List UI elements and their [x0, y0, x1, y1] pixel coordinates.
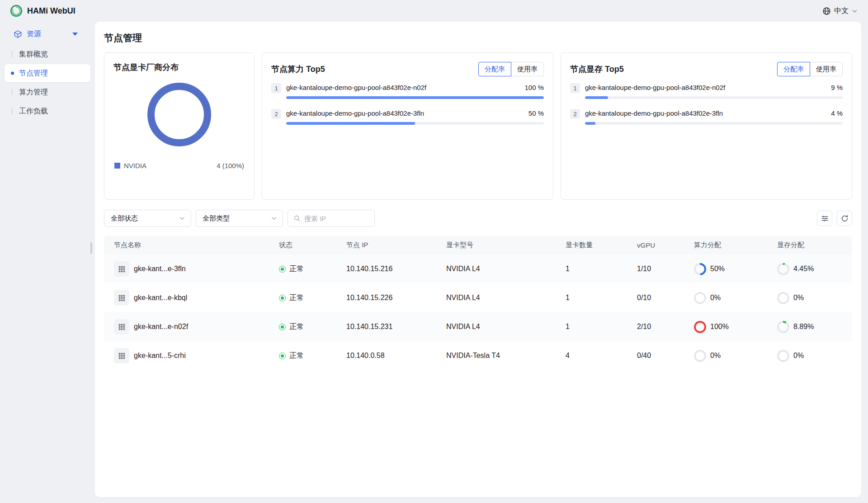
sidebar-item-cluster-overview[interactable]: 集群概览: [5, 45, 90, 63]
memory-allocation-ring: [777, 263, 789, 275]
progress-bar: [585, 122, 843, 125]
memory-allocation-ring: [777, 321, 789, 333]
node-ip: 10.140.15.216: [336, 265, 436, 273]
memory-allocation-ring: [777, 350, 789, 362]
table-row[interactable]: gke-kant...e-n02f 正常 10.140.15.231 NVIDI…: [104, 312, 852, 341]
type-filter-select[interactable]: 全部类型: [196, 210, 283, 227]
refresh-button[interactable]: [837, 211, 852, 226]
app-title: HAMi WebUI: [27, 6, 75, 16]
list-item: 1 gke-kantaloupe-demo-gpu-pool-a843f02e-…: [570, 84, 843, 99]
sidebar-item-label: 算力管理: [19, 88, 48, 97]
table-row[interactable]: gke-kant...e-3fln 正常 10.140.15.216 NVIDI…: [104, 254, 852, 283]
caret-down-icon: [72, 33, 78, 36]
sidebar-item-compute-management[interactable]: 算力管理: [5, 83, 90, 101]
col-gpu-count: 显卡数量: [556, 241, 627, 249]
nodes-table: 节点名称 状态 节点 IP 显卡型号 显卡数量 vGPU 算力分配 显存分配 g…: [104, 236, 852, 370]
gpu-count: 1: [556, 265, 627, 273]
node-name: gke-kantaloupe-demo-gpu-pool-a843f02e-3f…: [286, 109, 424, 117]
card-title: 节点显卡厂商分布: [113, 62, 245, 73]
search-box: [288, 210, 375, 227]
percent-value: 4 %: [831, 109, 843, 117]
progress-bar-fill: [286, 96, 544, 99]
column-settings-button[interactable]: [817, 211, 832, 226]
node-ip: 10.140.15.231: [336, 323, 436, 331]
compute-rate-toggle: 分配率 使用率: [478, 62, 544, 76]
table-header: 节点名称 状态 节点 IP 显卡型号 显卡数量 vGPU 算力分配 显存分配: [104, 236, 852, 254]
search-input[interactable]: [304, 215, 369, 222]
memory-allocation-ring: [777, 292, 789, 304]
summary-cards: 节点显卡厂商分布 NVIDIA 4 (100%) 节点算力 Top5 分配率 使…: [104, 52, 852, 200]
sidebar-section-resources[interactable]: 资源: [0, 24, 95, 43]
node-name-link[interactable]: gke-kant...e-n02f: [134, 323, 188, 331]
vgpu-value: 2/10: [627, 323, 684, 331]
vendor-donut-chart: [113, 83, 245, 146]
status-ok-icon: [279, 266, 286, 273]
sidebar-item-label: 集群概览: [19, 50, 48, 59]
node-name: gke-kantaloupe-demo-gpu-pool-a843f02e-3f…: [585, 109, 723, 117]
rank-badge: 1: [271, 83, 281, 93]
col-memory-allocation: 显存分配: [767, 241, 852, 249]
chevron-down-icon: [271, 215, 277, 221]
col-compute-allocation: 算力分配: [684, 241, 767, 249]
sidebar-item-node-management[interactable]: 节点管理: [5, 64, 90, 82]
usage-rate-tab[interactable]: 使用率: [511, 62, 544, 76]
compute-allocation-value: 0%: [710, 294, 721, 302]
brand: HAMi WebUI: [10, 5, 75, 17]
table-row[interactable]: gke-kant...e-kbql 正常 10.140.15.226 NVIDI…: [104, 283, 852, 312]
status-badge: 正常: [289, 322, 304, 332]
compute-allocation-ring: [694, 350, 706, 362]
percent-value: 50 %: [528, 109, 544, 117]
topbar: HAMi WebUI 中文: [0, 0, 868, 22]
language-label: 中文: [834, 6, 849, 16]
table-row[interactable]: gke-kant...5-crhi 正常 10.140.0.58 NVIDIA-…: [104, 341, 852, 370]
memory-top5-card: 节点显存 Top5 分配率 使用率 1 gke-kantaloupe-demo-…: [561, 52, 852, 200]
search-icon: [293, 215, 301, 222]
list-item: 1 gke-kantaloupe-demo-gpu-pool-a843f02e-…: [271, 84, 544, 99]
language-selector[interactable]: 中文: [822, 6, 858, 16]
compute-allocation-value: 100%: [710, 323, 729, 331]
sidebar-items: 集群概览 节点管理 算力管理 工作负载: [0, 45, 95, 120]
allocation-rate-tab[interactable]: 分配率: [478, 62, 511, 76]
status-badge: 正常: [289, 351, 304, 361]
list-item: 2 gke-kantaloupe-demo-gpu-pool-a843f02e-…: [271, 109, 544, 125]
card-title: 节点算力 Top5: [271, 64, 325, 75]
node-name: gke-kantaloupe-demo-gpu-pool-a843f02e-n0…: [585, 84, 725, 91]
node-icon: [114, 348, 129, 363]
node-icon: [114, 319, 129, 334]
gpu-model: NVIDIA-Tesla T4: [436, 352, 556, 360]
node-name-link[interactable]: gke-kant...5-crhi: [134, 352, 186, 360]
hami-logo-icon: [10, 5, 23, 17]
compute-top5-list: 1 gke-kantaloupe-demo-gpu-pool-a843f02e-…: [271, 84, 544, 135]
gpu-model: NVIDIA L4: [436, 294, 556, 302]
node-name: gke-kantaloupe-demo-gpu-pool-a843f02e-n0…: [286, 84, 426, 91]
allocation-rate-tab[interactable]: 分配率: [777, 62, 810, 76]
gpu-model: NVIDIA L4: [436, 265, 556, 273]
rank-badge: 2: [271, 109, 281, 119]
memory-allocation-value: 8.89%: [793, 323, 814, 331]
node-icon: [114, 290, 129, 306]
compute-allocation-value: 0%: [710, 352, 721, 360]
page-title: 节点管理: [104, 32, 852, 44]
donut-ring: [147, 83, 211, 146]
col-gpu-model: 显卡型号: [436, 241, 556, 249]
node-name-link[interactable]: gke-kant...e-kbql: [134, 294, 187, 302]
status-filter-select[interactable]: 全部状态: [104, 210, 191, 227]
cube-icon: [14, 30, 22, 38]
sidebar-resize-handle[interactable]: [90, 242, 92, 254]
compute-allocation-ring: [694, 321, 706, 333]
node-ip: 10.140.15.226: [336, 294, 436, 302]
progress-bar: [585, 96, 843, 99]
legend-value: 4 (100%): [217, 162, 244, 169]
usage-rate-tab[interactable]: 使用率: [810, 62, 843, 76]
status-badge: 正常: [289, 293, 304, 303]
gpu-model: NVIDIA L4: [436, 323, 556, 331]
memory-top5-list: 1 gke-kantaloupe-demo-gpu-pool-a843f02e-…: [570, 84, 843, 135]
compute-allocation-ring: [694, 263, 706, 275]
vgpu-value: 0/40: [627, 352, 684, 360]
status-filter-value: 全部状态: [111, 214, 138, 223]
chevron-down-icon: [179, 215, 185, 221]
gpu-count: 1: [556, 294, 627, 302]
node-name-link[interactable]: gke-kant...e-3fln: [134, 265, 186, 273]
sidebar-item-workloads[interactable]: 工作负载: [5, 102, 90, 120]
percent-value: 9 %: [831, 84, 843, 91]
